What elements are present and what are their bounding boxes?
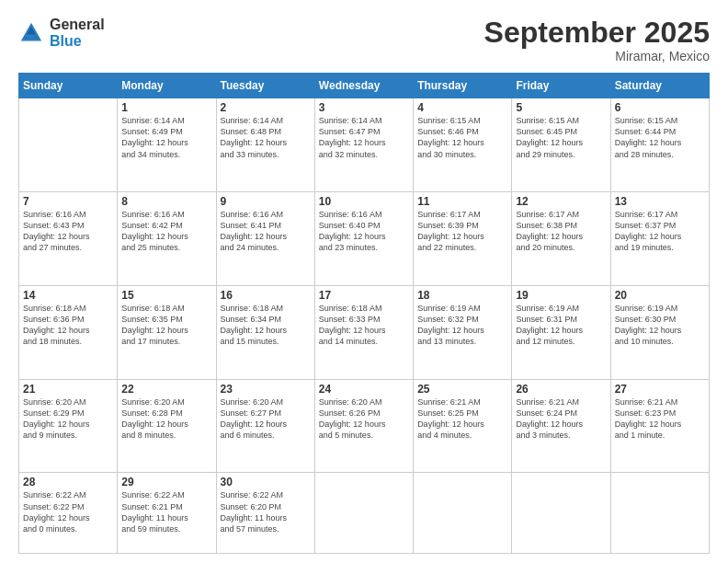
table-row: 21Sunrise: 6:20 AM Sunset: 6:29 PM Dayli… <box>19 379 118 473</box>
day-info: Sunrise: 6:16 AM Sunset: 6:41 PM Dayligh… <box>221 209 311 254</box>
logo-blue-text: Blue <box>50 33 105 50</box>
col-wednesday: Wednesday <box>314 74 413 98</box>
day-number: 1 <box>121 101 211 114</box>
day-number: 17 <box>319 289 409 302</box>
day-number: 23 <box>221 383 311 396</box>
day-info: Sunrise: 6:15 AM Sunset: 6:45 PM Dayligh… <box>516 115 606 160</box>
table-row: 4Sunrise: 6:15 AM Sunset: 6:46 PM Daylig… <box>414 98 512 192</box>
day-number: 4 <box>417 101 507 114</box>
table-row: 19Sunrise: 6:19 AM Sunset: 6:31 PM Dayli… <box>512 285 610 379</box>
day-number: 30 <box>221 476 311 488</box>
table-row: 23Sunrise: 6:20 AM Sunset: 6:27 PM Dayli… <box>216 379 314 473</box>
title-section: September 2025 Miramar, Mexico <box>484 17 710 63</box>
location: Miramar, Mexico <box>484 49 710 63</box>
logo-general-text: General <box>50 17 105 33</box>
day-info: Sunrise: 6:18 AM Sunset: 6:34 PM Dayligh… <box>221 303 311 348</box>
day-info: Sunrise: 6:21 AM Sunset: 6:25 PM Dayligh… <box>417 396 507 442</box>
table-row: 6Sunrise: 6:15 AM Sunset: 6:44 PM Daylig… <box>610 98 709 192</box>
day-number: 5 <box>516 101 606 114</box>
table-row: 27Sunrise: 6:21 AM Sunset: 6:23 PM Dayli… <box>610 379 709 473</box>
table-row: 10Sunrise: 6:16 AM Sunset: 6:40 PM Dayli… <box>314 191 413 285</box>
day-number: 6 <box>615 101 705 114</box>
day-info: Sunrise: 6:18 AM Sunset: 6:36 PM Dayligh… <box>23 303 113 348</box>
table-row <box>512 473 610 554</box>
calendar-table: Sunday Monday Tuesday Wednesday Thursday… <box>18 73 710 554</box>
table-row: 29Sunrise: 6:22 AM Sunset: 6:21 PM Dayli… <box>118 473 216 554</box>
table-row: 11Sunrise: 6:17 AM Sunset: 6:39 PM Dayli… <box>414 191 512 285</box>
day-info: Sunrise: 6:20 AM Sunset: 6:28 PM Dayligh… <box>121 396 211 442</box>
day-number: 21 <box>23 383 113 396</box>
table-row: 3Sunrise: 6:14 AM Sunset: 6:47 PM Daylig… <box>314 98 413 192</box>
table-row: 20Sunrise: 6:19 AM Sunset: 6:30 PM Dayli… <box>610 285 709 379</box>
day-info: Sunrise: 6:22 AM Sunset: 6:20 PM Dayligh… <box>221 489 311 534</box>
day-info: Sunrise: 6:21 AM Sunset: 6:23 PM Dayligh… <box>615 396 705 442</box>
day-number: 3 <box>319 101 409 114</box>
col-monday: Monday <box>118 74 216 98</box>
page: General Blue September 2025 Miramar, Mex… <box>0 0 728 563</box>
table-row: 2Sunrise: 6:14 AM Sunset: 6:48 PM Daylig… <box>216 98 314 192</box>
day-info: Sunrise: 6:22 AM Sunset: 6:22 PM Dayligh… <box>23 489 113 534</box>
day-info: Sunrise: 6:14 AM Sunset: 6:49 PM Dayligh… <box>121 115 211 160</box>
table-row: 30Sunrise: 6:22 AM Sunset: 6:20 PM Dayli… <box>216 473 314 554</box>
table-row: 5Sunrise: 6:15 AM Sunset: 6:45 PM Daylig… <box>512 98 610 192</box>
table-row: 26Sunrise: 6:21 AM Sunset: 6:24 PM Dayli… <box>512 379 610 473</box>
day-number: 20 <box>615 289 705 302</box>
day-info: Sunrise: 6:20 AM Sunset: 6:27 PM Dayligh… <box>221 396 311 442</box>
table-row <box>610 473 709 554</box>
month-title: September 2025 <box>484 17 710 49</box>
table-row: 7Sunrise: 6:16 AM Sunset: 6:43 PM Daylig… <box>19 191 118 285</box>
day-number: 24 <box>319 383 409 396</box>
day-number: 7 <box>23 195 113 208</box>
table-row: 13Sunrise: 6:17 AM Sunset: 6:37 PM Dayli… <box>610 191 709 285</box>
day-number: 2 <box>221 101 311 114</box>
col-friday: Friday <box>512 74 610 98</box>
day-info: Sunrise: 6:15 AM Sunset: 6:46 PM Dayligh… <box>417 115 507 160</box>
table-row: 22Sunrise: 6:20 AM Sunset: 6:28 PM Dayli… <box>118 379 216 473</box>
day-info: Sunrise: 6:19 AM Sunset: 6:32 PM Dayligh… <box>417 303 507 348</box>
table-row: 18Sunrise: 6:19 AM Sunset: 6:32 PM Dayli… <box>414 285 512 379</box>
day-info: Sunrise: 6:20 AM Sunset: 6:29 PM Dayligh… <box>23 396 113 442</box>
logo-text: General Blue <box>50 17 105 49</box>
table-row: 8Sunrise: 6:16 AM Sunset: 6:42 PM Daylig… <box>118 191 216 285</box>
day-number: 19 <box>516 289 606 302</box>
day-number: 14 <box>23 289 113 302</box>
day-info: Sunrise: 6:19 AM Sunset: 6:30 PM Dayligh… <box>615 303 705 348</box>
day-number: 13 <box>615 195 705 208</box>
table-row: 28Sunrise: 6:22 AM Sunset: 6:22 PM Dayli… <box>19 473 118 554</box>
logo: General Blue <box>18 17 105 49</box>
day-info: Sunrise: 6:14 AM Sunset: 6:48 PM Dayligh… <box>221 115 311 160</box>
col-tuesday: Tuesday <box>216 74 314 98</box>
day-info: Sunrise: 6:16 AM Sunset: 6:43 PM Dayligh… <box>23 209 113 254</box>
day-info: Sunrise: 6:21 AM Sunset: 6:24 PM Dayligh… <box>516 396 606 442</box>
day-number: 10 <box>319 195 409 208</box>
table-row: 15Sunrise: 6:18 AM Sunset: 6:35 PM Dayli… <box>118 285 216 379</box>
day-number: 8 <box>121 195 211 208</box>
svg-rect-2 <box>26 34 36 38</box>
day-info: Sunrise: 6:15 AM Sunset: 6:44 PM Dayligh… <box>615 115 705 160</box>
day-info: Sunrise: 6:16 AM Sunset: 6:42 PM Dayligh… <box>121 209 211 254</box>
day-number: 22 <box>121 383 211 396</box>
day-info: Sunrise: 6:17 AM Sunset: 6:37 PM Dayligh… <box>615 209 705 254</box>
day-info: Sunrise: 6:17 AM Sunset: 6:38 PM Dayligh… <box>516 209 606 254</box>
col-saturday: Saturday <box>610 74 709 98</box>
table-row <box>19 98 118 192</box>
day-number: 18 <box>417 289 507 302</box>
table-row: 14Sunrise: 6:18 AM Sunset: 6:36 PM Dayli… <box>19 285 118 379</box>
day-number: 27 <box>615 383 705 396</box>
calendar-header-row: Sunday Monday Tuesday Wednesday Thursday… <box>19 74 710 98</box>
day-number: 15 <box>121 289 211 302</box>
logo-icon <box>18 20 44 46</box>
table-row: 9Sunrise: 6:16 AM Sunset: 6:41 PM Daylig… <box>216 191 314 285</box>
table-row: 24Sunrise: 6:20 AM Sunset: 6:26 PM Dayli… <box>314 379 413 473</box>
day-number: 16 <box>221 289 311 302</box>
day-info: Sunrise: 6:16 AM Sunset: 6:40 PM Dayligh… <box>319 209 409 254</box>
table-row: 25Sunrise: 6:21 AM Sunset: 6:25 PM Dayli… <box>414 379 512 473</box>
day-info: Sunrise: 6:14 AM Sunset: 6:47 PM Dayligh… <box>319 115 409 160</box>
day-number: 28 <box>23 476 113 488</box>
day-number: 12 <box>516 195 606 208</box>
header: General Blue September 2025 Miramar, Mex… <box>18 17 710 63</box>
table-row <box>314 473 413 554</box>
day-info: Sunrise: 6:22 AM Sunset: 6:21 PM Dayligh… <box>121 489 211 534</box>
day-info: Sunrise: 6:17 AM Sunset: 6:39 PM Dayligh… <box>417 209 507 254</box>
day-number: 25 <box>417 383 507 396</box>
